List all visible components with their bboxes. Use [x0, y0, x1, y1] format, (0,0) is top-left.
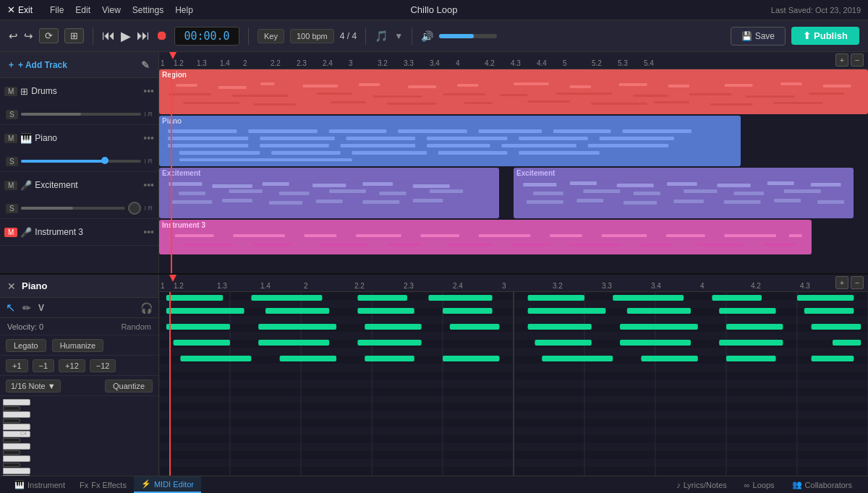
menu-edit[interactable]: Edit: [69, 5, 96, 15]
add-track-button[interactable]: + + Add Track ✎: [0, 52, 158, 78]
svg-rect-164: [726, 324, 783, 330]
skip-back-button[interactable]: ⏮: [102, 28, 115, 43]
excitement-solo-button[interactable]: S: [6, 204, 18, 213]
piano-editor-title: Piano: [22, 280, 47, 291]
piano-region[interactable]: Piano: [159, 116, 741, 166]
loop-button[interactable]: ⟳: [39, 28, 59, 43]
drums-mute-button[interactable]: M: [4, 87, 17, 96]
lyrics-tab-icon: ♪: [676, 481, 681, 489]
zoom-out-top[interactable]: −: [851, 53, 864, 67]
metronome-button[interactable]: 🎵: [375, 30, 388, 43]
select-tool[interactable]: ↖: [6, 301, 15, 314]
headphones-button[interactable]: 🎧: [140, 302, 153, 314]
svg-rect-9: [619, 83, 647, 86]
svg-rect-148: [712, 295, 762, 301]
excitement-lane: Excitement: [159, 168, 868, 220]
menu-settings[interactable]: Settings: [127, 5, 169, 15]
humanize-button[interactable]: Humanize: [52, 339, 104, 352]
time-sig-display[interactable]: 4 / 4: [340, 31, 357, 41]
undo-button[interactable]: ↩: [9, 30, 18, 43]
excitement-region-2[interactable]: Excitement: [514, 168, 854, 218]
svg-rect-38: [398, 129, 467, 133]
instrument3-region[interactable]: Instrument 3: [159, 220, 812, 254]
tab-lyrics[interactable]: ♪ Lyrics/Notes: [668, 476, 736, 493]
tab-midi-editor[interactable]: ⚡ MIDI Editor: [134, 476, 201, 493]
excitement-fader[interactable]: [21, 207, 126, 210]
svg-rect-67: [229, 189, 262, 193]
instrument3-more-icon[interactable]: •••: [143, 226, 154, 238]
svg-rect-94: [673, 200, 704, 203]
svg-rect-79: [570, 181, 597, 185]
zoom-in-top[interactable]: +: [835, 53, 848, 67]
tab-instrument[interactable]: 🎹 Instrument: [7, 476, 72, 493]
svg-rect-176: [542, 356, 613, 361]
svg-rect-142: [166, 295, 223, 301]
menu-help[interactable]: Help: [169, 5, 199, 15]
svg-rect-92: [576, 199, 603, 202]
instrument3-mute-button[interactable]: M: [4, 228, 17, 237]
plus12-button[interactable]: +12: [59, 359, 85, 372]
svg-rect-90: [784, 189, 821, 193]
svg-rect-33: [710, 103, 752, 106]
excitement-pan-knob[interactable]: [128, 202, 141, 215]
velocity-tool[interactable]: V: [38, 303, 44, 313]
quantize-button[interactable]: Quantize: [105, 380, 153, 393]
svg-rect-24: [809, 93, 844, 95]
key-display: Key: [258, 29, 284, 43]
menu-file[interactable]: File: [44, 5, 69, 15]
svg-rect-56: [352, 151, 427, 155]
tab-collaborators[interactable]: 👥 Collaborators: [783, 476, 861, 493]
exit-button[interactable]: ✕ Exit: [7, 4, 33, 15]
piano-fader[interactable]: [21, 160, 142, 163]
piano-more-icon[interactable]: •••: [143, 132, 154, 144]
excitement-region-1[interactable]: Excitement: [159, 168, 499, 218]
play-button[interactable]: ▶: [121, 28, 131, 44]
minus12-button[interactable]: −12: [90, 359, 116, 372]
zoom-in-midi[interactable]: +: [835, 276, 848, 289]
svg-rect-147: [613, 295, 684, 301]
record-button[interactable]: ⏺: [156, 28, 169, 43]
drums-region[interactable]: Region: [159, 69, 868, 114]
svg-rect-166: [174, 340, 230, 346]
piano-solo-button[interactable]: S: [6, 157, 18, 166]
close-piano-button[interactable]: ✕: [7, 280, 16, 292]
last-saved: Last Saved: Oct 23, 2019: [771, 6, 861, 14]
svg-rect-173: [280, 356, 336, 361]
minus1-button[interactable]: −1: [33, 359, 55, 372]
svg-rect-150: [166, 308, 244, 314]
redo-button[interactable]: ↪: [24, 30, 33, 43]
svg-rect-42: [168, 137, 248, 140]
drums-solo-button[interactable]: S: [6, 110, 18, 119]
excitement-more-icon[interactable]: •••: [143, 179, 154, 191]
svg-rect-62: [263, 182, 289, 186]
tab-loops[interactable]: ∞ Loops: [736, 476, 783, 493]
zoom-out-midi[interactable]: −: [851, 276, 864, 289]
svg-rect-18: [443, 93, 485, 95]
menu-view[interactable]: View: [96, 5, 127, 15]
drums-more-icon[interactable]: •••: [143, 85, 154, 97]
transport-dropdown[interactable]: ▼: [394, 31, 403, 41]
drums-fader[interactable]: [21, 113, 142, 116]
volume-slider[interactable]: [439, 34, 497, 38]
svg-rect-5: [408, 85, 436, 88]
svg-rect-44: [346, 137, 415, 140]
tab-fx[interactable]: Fx Fx Effects: [72, 476, 134, 493]
legato-button[interactable]: Legato: [6, 339, 46, 352]
publish-button[interactable]: ⬆ Publish: [791, 27, 859, 45]
playhead-line: [171, 69, 172, 273]
midi-roll[interactable]: 1 1.2 1.3 1.4 2 2.2 2.3 2.4 3 3.2 3.3 3.…: [159, 275, 868, 493]
note-size-display[interactable]: 1/16 Note ▼: [6, 380, 61, 393]
pattern-button[interactable]: ⊞: [64, 28, 84, 43]
plus1-button[interactable]: +1: [6, 359, 28, 372]
skip-forward-button[interactable]: ⏭: [137, 28, 150, 43]
svg-rect-91: [527, 200, 563, 204]
add-icon: +: [9, 60, 14, 70]
svg-rect-86: [583, 189, 620, 193]
piano-mute-button[interactable]: M: [4, 134, 17, 143]
svg-rect-130: [159, 467, 868, 475]
pencil-tool[interactable]: ✏: [22, 302, 31, 314]
bpm-display[interactable]: 100 bpm: [290, 29, 334, 43]
svg-rect-80: [617, 184, 654, 187]
save-button[interactable]: 💾 Save: [731, 27, 786, 46]
excitement-mute-button[interactable]: M: [4, 181, 17, 190]
